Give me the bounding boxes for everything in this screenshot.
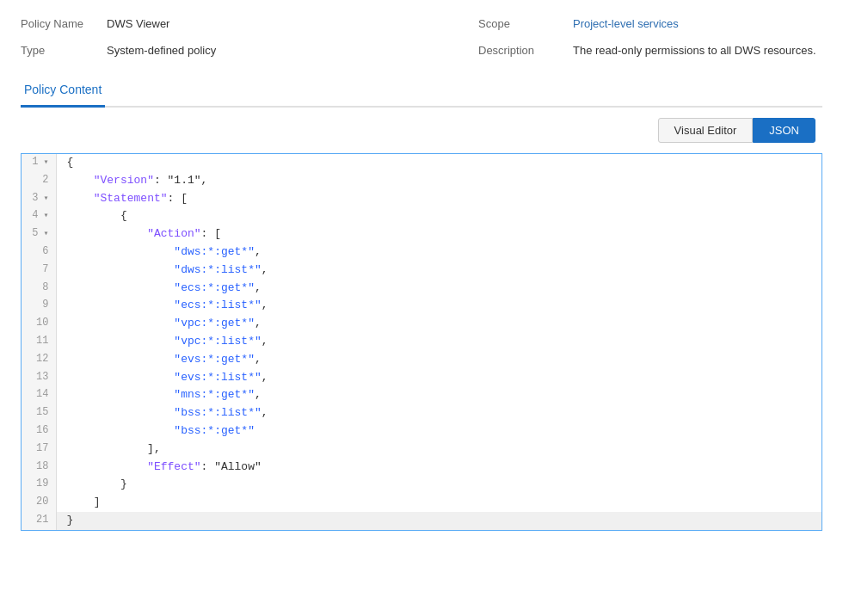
meta-row-name: Policy Name DWS Viewer Scope Project-lev… — [21, 17, 822, 30]
code-table: 1{2 "Version": "1.1",3 "Statement": [4 {… — [22, 154, 821, 530]
line-content: } — [56, 512, 821, 530]
line-content: "vpc:*:list*", — [56, 333, 821, 351]
line-number: 3 — [22, 190, 56, 208]
description-value: The read-only permissions to all DWS res… — [573, 44, 816, 57]
line-content: "bss:*:get*" — [56, 422, 821, 440]
line-number: 11 — [22, 333, 56, 351]
editor-toolbar: Visual Editor JSON — [21, 108, 822, 153]
description-label: Description — [478, 44, 573, 57]
line-number: 10 — [22, 315, 56, 333]
scope-value[interactable]: Project-level services — [573, 17, 679, 30]
line-number: 19 — [22, 476, 56, 494]
meta-right-scope: Scope Project-level services — [478, 17, 822, 30]
line-number: 7 — [22, 262, 56, 280]
policy-name-label: Policy Name — [21, 17, 107, 30]
line-content: "evs:*:list*", — [56, 369, 821, 387]
line-number: 12 — [22, 351, 56, 369]
type-label: Type — [21, 44, 107, 57]
page-container: Policy Name DWS Viewer Scope Project-lev… — [0, 0, 843, 531]
line-number: 13 — [22, 369, 56, 387]
tab-policy-content[interactable]: Policy Content — [21, 74, 105, 108]
meta-row-type: Type System-defined policy Description T… — [21, 44, 822, 57]
type-value: System-defined policy — [107, 44, 216, 57]
policy-name-value: DWS Viewer — [107, 17, 169, 30]
line-content: "evs:*:get*", — [56, 351, 821, 369]
scope-label: Scope — [478, 17, 573, 30]
json-button[interactable]: JSON — [753, 118, 815, 143]
line-content: "vpc:*:get*", — [56, 315, 821, 333]
line-content: "mns:*:get*", — [56, 386, 821, 404]
line-content: ], — [56, 440, 821, 459]
line-number: 1 — [22, 154, 56, 172]
line-content: "dws:*:get*", — [56, 243, 821, 262]
line-content: } — [56, 476, 821, 494]
line-number: 6 — [22, 243, 56, 262]
line-content: "Effect": "Allow" — [56, 459, 821, 477]
meta-section: Policy Name DWS Viewer Scope Project-lev… — [21, 17, 822, 57]
line-content: ] — [56, 494, 821, 512]
tabs-section: Policy Content — [21, 74, 822, 108]
line-number: 20 — [22, 494, 56, 512]
line-number: 16 — [22, 422, 56, 440]
line-content: { — [56, 207, 821, 225]
line-content: "ecs:*:list*", — [56, 297, 821, 315]
line-content: "Statement": [ — [56, 190, 821, 208]
line-content: "ecs:*:get*", — [56, 280, 821, 298]
line-number: 9 — [22, 297, 56, 315]
code-editor: 1{2 "Version": "1.1",3 "Statement": [4 {… — [21, 153, 822, 531]
content-area: Visual Editor JSON 1{2 "Version": "1.1",… — [21, 108, 822, 531]
line-number: 14 — [22, 386, 56, 404]
visual-editor-button[interactable]: Visual Editor — [658, 118, 754, 143]
line-content: { — [56, 154, 821, 172]
line-number: 2 — [22, 172, 56, 190]
line-number: 17 — [22, 440, 56, 459]
line-number: 4 — [22, 207, 56, 225]
meta-right-desc: Description The read-only permissions to… — [478, 44, 822, 57]
line-number: 15 — [22, 404, 56, 422]
line-content: "dws:*:list*", — [56, 262, 821, 280]
line-content: "Action": [ — [56, 225, 821, 243]
line-content: "bss:*:list*", — [56, 404, 821, 422]
line-number: 5 — [22, 225, 56, 243]
line-number: 8 — [22, 280, 56, 298]
line-number: 18 — [22, 459, 56, 477]
line-content: "Version": "1.1", — [56, 172, 821, 190]
line-number: 21 — [22, 512, 56, 530]
